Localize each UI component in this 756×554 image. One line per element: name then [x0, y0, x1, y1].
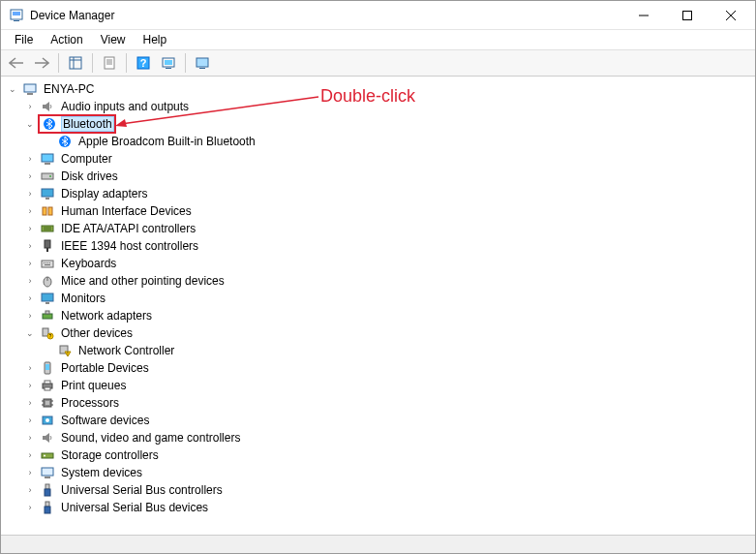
window-title: Device Manager	[30, 9, 621, 22]
tree-item-processors[interactable]: ›Processors	[18, 394, 755, 412]
toggle-icon[interactable]: ›	[24, 275, 36, 287]
tree-item-display[interactable]: ›Display adapters	[18, 185, 755, 202]
svg-rect-58	[45, 381, 50, 384]
tree-item-system[interactable]: ›System devices	[18, 464, 755, 481]
monitor-icon	[40, 291, 55, 306]
tree-item-usbdev[interactable]: ›Universal Serial Bus devices	[18, 499, 755, 516]
svg-rect-17	[165, 60, 172, 65]
maximize-button[interactable]	[665, 1, 709, 29]
menu-view[interactable]: View	[93, 32, 134, 47]
svg-rect-18	[166, 68, 171, 69]
svg-rect-21	[24, 84, 36, 92]
svg-rect-68	[42, 453, 53, 458]
tree-item-other[interactable]: ⌄?Other devices	[18, 324, 755, 342]
tree-item-keyboards[interactable]: ›Keyboards	[18, 255, 755, 272]
tree-item-bluetooth[interactable]: ⌄ Bluetooth	[18, 115, 755, 133]
toggle-icon[interactable]: ›	[24, 397, 36, 409]
tree-item-monitors[interactable]: ›Monitors	[18, 290, 755, 307]
toggle-icon[interactable]: ›	[24, 484, 36, 496]
show-hidden-button[interactable]	[191, 52, 214, 74]
toggle-icon[interactable]: ›	[24, 415, 36, 426]
tree-item-print[interactable]: ›Print queues	[18, 377, 755, 394]
tree-root[interactable]: ⌄ ENYA-PC	[1, 80, 755, 98]
pc-icon	[40, 151, 55, 167]
menu-help[interactable]: Help	[136, 32, 175, 47]
minimize-button[interactable]	[621, 1, 665, 29]
tree-item-hid[interactable]: ›Human Interface Devices	[18, 202, 755, 220]
toggle-icon[interactable]: ›	[24, 153, 36, 165]
svg-rect-2	[14, 20, 19, 21]
tree-content[interactable]: ⌄ ENYA-PC ›Audio inputs and outputs ⌄ Bl…	[1, 77, 755, 536]
svg-rect-75	[45, 507, 50, 513]
other-icon: ?	[40, 325, 55, 341]
tree-item-portable[interactable]: ›Portable Devices	[18, 359, 755, 377]
toggle-icon[interactable]: ›	[24, 467, 36, 478]
toggle-icon[interactable]: ›	[24, 240, 36, 252]
tree-item-sound[interactable]: ›Sound, video and game controllers	[18, 429, 755, 446]
tree-item-network-controller[interactable]: ›!Network Controller	[36, 342, 755, 359]
system-icon	[40, 465, 55, 480]
menu-action[interactable]: Action	[43, 32, 90, 47]
back-button[interactable]	[5, 52, 28, 74]
toggle-icon[interactable]: ⌄	[24, 327, 36, 339]
tree-item-computer[interactable]: ›Computer	[18, 150, 755, 168]
toggle-icon[interactable]: ›	[24, 362, 36, 374]
tree-label: ENYA-PC	[42, 82, 96, 96]
menu-file[interactable]: File	[7, 32, 41, 47]
tree-item-software[interactable]: ›Software devices	[18, 412, 755, 429]
close-button[interactable]	[709, 1, 753, 29]
properties-button[interactable]	[98, 52, 121, 74]
tree-item-disk[interactable]: ›Disk drives	[18, 168, 755, 185]
svg-rect-48	[43, 314, 52, 319]
tree-item-mice[interactable]: ›Mice and other pointing devices	[18, 272, 755, 290]
scan-button[interactable]	[157, 52, 180, 74]
tree-label: Computer	[59, 152, 114, 166]
app-icon	[9, 8, 24, 23]
computer-icon	[22, 81, 38, 97]
tree-item-audio[interactable]: ›Audio inputs and outputs	[18, 98, 755, 115]
hid-icon	[40, 203, 55, 219]
help-button[interactable]: ?	[132, 52, 155, 74]
tree-label: Universal Serial Bus devices	[59, 501, 210, 514]
software-icon	[40, 413, 55, 428]
tree-label: Processors	[59, 396, 121, 410]
separator	[58, 53, 59, 73]
cpu-icon	[40, 395, 55, 411]
toggle-icon[interactable]: ›	[24, 449, 36, 461]
tree-item-storage[interactable]: ›Storage controllers	[18, 446, 755, 464]
toggle-icon[interactable]: ›	[24, 292, 36, 304]
svg-rect-70	[42, 468, 53, 476]
toggle-icon[interactable]: ›	[24, 502, 36, 513]
tree-label: Sound, video and game controllers	[59, 431, 242, 445]
toggle-icon[interactable]: ›	[24, 223, 36, 234]
toggle-icon[interactable]: ⌄	[24, 118, 36, 130]
toggle-icon[interactable]: ›	[24, 101, 36, 112]
tree-label: Network Controller	[76, 344, 176, 357]
svg-rect-49	[45, 311, 49, 314]
svg-rect-74	[45, 502, 49, 507]
toolbar: ?	[1, 49, 755, 77]
tree-item-bluetooth-device[interactable]: ›Apple Broadcom Built-in Bluetooth	[36, 133, 755, 150]
tree-label: Network adapters	[59, 309, 154, 323]
tree-item-network[interactable]: ›Network adapters	[18, 307, 755, 324]
toggle-icon[interactable]: ⌄	[7, 83, 18, 95]
tree-item-usb[interactable]: ›Universal Serial Bus controllers	[18, 481, 755, 499]
show-hide-tree-button[interactable]	[64, 52, 87, 74]
separator	[126, 53, 127, 73]
svg-rect-73	[45, 489, 50, 496]
tree-item-ide[interactable]: ›IDE ATA/ATAPI controllers	[18, 220, 755, 237]
toggle-icon[interactable]: ›	[24, 205, 36, 217]
toggle-icon[interactable]: ›	[24, 380, 36, 391]
svg-rect-56	[45, 364, 49, 370]
svg-rect-33	[42, 226, 53, 231]
svg-rect-43	[45, 264, 50, 265]
toggle-icon[interactable]: ›	[24, 258, 36, 269]
toggle-icon[interactable]: ›	[24, 432, 36, 444]
svg-rect-72	[45, 484, 49, 489]
toggle-icon[interactable]: ›	[24, 170, 36, 182]
toggle-icon[interactable]: ›	[24, 310, 36, 322]
usb-icon	[40, 482, 55, 498]
tree-item-ieee[interactable]: ›IEEE 1394 host controllers	[18, 237, 755, 255]
toggle-icon[interactable]: ›	[24, 188, 36, 200]
forward-button[interactable]	[30, 52, 53, 74]
